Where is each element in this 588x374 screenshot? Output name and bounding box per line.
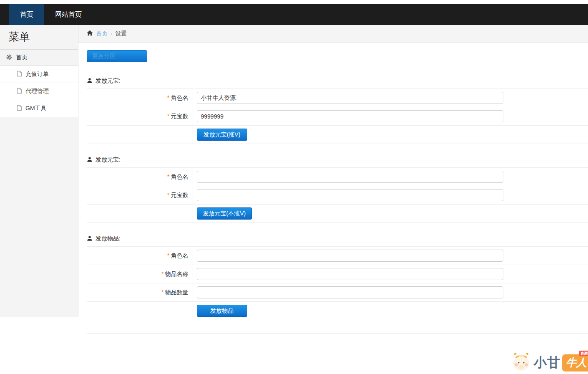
form-row: *角色名 [87,89,588,107]
file-icon [17,71,22,78]
field-label-text: 元宝数 [171,192,188,198]
sidebar-item-label: GM工具 [25,105,47,112]
required-asterisk: * [161,289,163,296]
required-asterisk: * [161,270,163,277]
site-logo: 小甘 牛人 资源网 [510,351,588,374]
form-section-2: 发放物品:*角色名*物品名称*物品数量发放物品 [87,235,588,320]
logo-badge-text: 牛人 [566,356,587,368]
cow-mascot-icon [510,351,532,374]
nav-tab-home[interactable]: 首页 [9,4,44,25]
section-title: 发放元宝: [95,156,121,164]
breadcrumb-current: 设置 [115,30,127,38]
sidebar-item-label: 充值订单 [25,71,49,78]
form-sections: 发放元宝:*角色名*元宝数发放元宝(涨V)发放元宝:*角色名*元宝数发放元宝(不… [87,77,588,320]
user-icon [87,235,93,243]
role-name-input[interactable] [197,250,503,262]
item-name-input[interactable] [197,268,503,280]
field-label: *角色名 [87,168,193,186]
section-title: 发放物品: [95,235,121,243]
form-table: *角色名*元宝数发放元宝(涨V) [87,88,588,144]
field-label-text: 角色名 [171,252,188,259]
nav-tab-website-home[interactable]: 网站首页 [44,4,93,25]
field-cell [193,186,588,205]
field-label-text: 角色名 [171,173,188,180]
field-label-text: 角色名 [171,94,188,101]
field-cell [193,283,588,302]
toolbar-divider [87,65,588,65]
button-cell: 发放元宝(不涨V) [193,205,588,223]
sidebar-title: 菜单 [0,25,78,49]
change-partition-button[interactable]: 更换分区 [87,50,147,62]
field-cell [193,168,588,186]
yuanbao-amount-input[interactable] [197,110,503,122]
required-asterisk: * [167,94,169,101]
form-button-row: 发放元宝(涨V) [87,126,588,144]
role-name-input[interactable] [197,92,503,104]
form-table: *角色名*物品名称*物品数量发放物品 [87,246,588,320]
form-section-0: 发放元宝:*角色名*元宝数发放元宝(涨V) [87,77,588,144]
form-table: *角色名*元宝数发放元宝(不涨V) [87,167,588,223]
field-cell [193,247,588,265]
field-label: *物品数量 [87,283,193,302]
breadcrumb-separator: › [111,30,112,37]
button-cell: 发放物品 [193,302,588,320]
sidebar-submenu: 充值订单代理管理GM工具 [0,66,78,117]
field-label-text: 物品名称 [165,270,188,277]
section-header: 发放元宝: [87,156,588,164]
role-name-input[interactable] [197,171,503,183]
empty-cell [87,302,193,320]
required-asterisk: * [167,252,169,259]
sidebar-item-label: 代理管理 [25,88,49,95]
top-gap [0,0,588,4]
logo-text: 小甘 [534,354,560,371]
file-icon [17,105,22,112]
logo-badge: 牛人 资源网 [562,354,588,371]
grant-item-button[interactable]: 发放物品 [197,305,247,317]
empty-cell [87,205,193,223]
required-asterisk: * [167,192,169,198]
form-row: *元宝数 [87,107,588,126]
user-icon [87,157,93,164]
home-icon [87,30,93,37]
field-label: *元宝数 [87,186,193,205]
user-icon [87,78,93,85]
field-label: *物品名称 [87,265,193,283]
sidebar-item-home[interactable]: 首页 [0,49,78,66]
field-cell [193,265,588,283]
form-button-row: 发放元宝(不涨V) [87,205,588,223]
item-quantity-input[interactable] [197,286,503,298]
empty-cell [87,126,193,144]
form-section-1: 发放元宝:*角色名*元宝数发放元宝(不涨V) [87,156,588,223]
top-navbar: 首页 网站首页 [0,4,588,25]
grant-yuanbao-no-raise-v-button[interactable]: 发放元宝(不涨V) [197,207,252,220]
field-cell [193,89,588,107]
gear-icon [6,54,12,61]
sidebar-item-recharge-orders[interactable]: 充值订单 [0,66,78,83]
content: 更换分区 发放元宝:*角色名*元宝数发放元宝(涨V)发放元宝:*角色名*元宝数发… [78,43,588,334]
required-asterisk: * [167,113,169,119]
field-cell [193,107,588,126]
file-icon [17,88,22,95]
sidebar: 菜单 首页 充值订单代理管理GM工具 [0,25,78,317]
yuanbao-amount-input[interactable] [197,189,503,201]
grant-yuanbao-raise-v-button[interactable]: 发放元宝(涨V) [197,129,247,141]
section-header: 发放元宝: [87,77,588,85]
logo-ribbon: 资源网 [579,351,588,356]
section-title: 发放元宝: [95,77,121,85]
sidebar-item-home-label: 首页 [16,54,28,61]
field-label-text: 物品数量 [165,289,188,296]
field-label: *角色名 [87,89,193,107]
form-row: *物品名称 [87,265,588,283]
required-asterisk: * [167,173,169,180]
form-row: *角色名 [87,168,588,186]
form-button-row: 发放物品 [87,302,588,320]
sidebar-item-gm-tools[interactable]: GM工具 [0,100,78,117]
form-row: *物品数量 [87,283,588,302]
breadcrumb-home-link[interactable]: 首页 [96,30,108,38]
button-cell: 发放元宝(涨V) [193,126,588,144]
sidebar-item-agent-management[interactable]: 代理管理 [0,83,78,100]
form-row: *元宝数 [87,186,588,205]
main-area: 首页 › 设置 更换分区 发放元宝:*角色名*元宝数发放元宝(涨V)发放元宝:*… [78,25,588,334]
field-label: *元宝数 [87,107,193,126]
footer-divider [87,334,588,334]
